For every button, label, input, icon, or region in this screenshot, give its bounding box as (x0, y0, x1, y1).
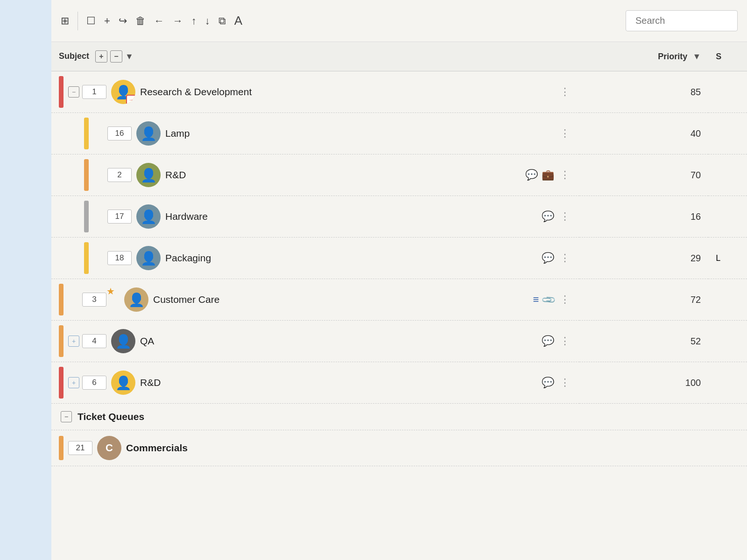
more-options-icon[interactable]: ⋮ (558, 210, 572, 223)
more-options-icon[interactable]: ⋮ (558, 169, 572, 181)
filter-icon[interactable]: ▼ (125, 52, 134, 62)
row-num: 17 (107, 210, 132, 224)
row-subject: R&D (140, 377, 537, 388)
expand-btn[interactable]: + (68, 377, 79, 388)
more-options-icon[interactable]: ⋮ (558, 252, 572, 264)
priority-cell: 52 (579, 321, 708, 362)
subject-cell: + 4 👤 QA 💬 ⋮ (51, 321, 579, 362)
avatar-placeholder: 👤 (128, 292, 145, 308)
subject-cell: 16 👤 Lamp ⋮ (51, 113, 579, 154)
avatar: 👤 (136, 204, 161, 229)
forward-icon[interactable]: → (173, 15, 183, 27)
avatar-placeholder: 👤 (141, 251, 157, 266)
table-row: 17 👤 Hardware 💬 ⋮ 16 (51, 196, 747, 238)
file-icon[interactable]: ☐ (86, 15, 96, 27)
table-row: 3 ★ 👤 Customer Care ≡📎 ⋮ 72 (51, 279, 747, 321)
more-options-icon[interactable]: ⋮ (558, 86, 572, 98)
down-icon[interactable]: ↓ (205, 15, 210, 27)
table-body: − 1 👤 → Research & Development ⋮ 85 (51, 71, 747, 404)
status-cell (708, 321, 747, 362)
priority-cell: 16 (579, 196, 708, 238)
collapse-btn[interactable]: − (68, 86, 79, 98)
row-num: 4 (82, 334, 106, 348)
table-row: 2 👤 R&D 💬💼 ⋮ 70 (51, 154, 747, 196)
up-icon[interactable]: ↑ (191, 15, 197, 27)
row-num: 2 (107, 168, 132, 182)
font-icon[interactable]: A (234, 14, 242, 28)
more-options-icon[interactable]: ⋮ (558, 294, 572, 306)
avatar: 👤 → (111, 80, 135, 104)
subject-column-header: Subject + − ▼ (51, 42, 579, 71)
status-cell (708, 362, 747, 404)
avatar: 👤 (136, 163, 161, 187)
add-icon[interactable]: + (104, 15, 110, 27)
more-options-icon[interactable]: ⋮ (558, 377, 572, 389)
table-container: Subject + − ▼ Priority ▼ S (51, 42, 747, 560)
priority-bar (59, 367, 63, 399)
row-subject: Hardware (165, 211, 537, 222)
section-collapse-btn[interactable]: − (61, 411, 72, 422)
priority-bar (59, 284, 63, 315)
more-options-icon[interactable]: ⋮ (558, 335, 572, 347)
status-cell (708, 154, 747, 196)
delete-icon[interactable]: 🗑 (135, 15, 146, 27)
avatar-placeholder: 👤 (141, 126, 157, 141)
avatar-initial: C (106, 442, 113, 454)
row-subject: Packaging (165, 252, 537, 264)
priority-filter-icon[interactable]: ▼ (692, 52, 701, 61)
priority-bar (84, 159, 89, 191)
row-num: 1 (82, 85, 106, 99)
back-icon[interactable]: ← (154, 15, 164, 27)
avatar: 👤 (136, 246, 161, 270)
row-number-wrapper: 18 (93, 251, 132, 265)
row-number-wrapper: + 4 (68, 334, 106, 348)
table-row: + 6 👤 R&D 💬 ⋮ 100 (51, 362, 747, 404)
copy-icon[interactable]: ⧉ (218, 15, 226, 27)
expand-btn[interactable]: + (68, 336, 79, 347)
chat-icon: 💬 (542, 335, 554, 347)
lines-icon: ≡ (533, 294, 539, 306)
left-panel (0, 0, 51, 560)
grid-icon[interactable]: ⊞ (61, 15, 69, 27)
add-column-btn[interactable]: + (95, 50, 107, 63)
remove-column-btn[interactable]: − (110, 50, 122, 63)
ticket-queues-section: − Ticket Queues (51, 404, 747, 430)
toolbar: ⊞ ☐ + ↪ 🗑 ← → ↑ ↓ ⧉ A (51, 0, 747, 42)
row-num: 16 (107, 126, 132, 140)
bottom-partial-row: 21 C Commercials (51, 430, 747, 466)
status-value: L (716, 253, 720, 263)
row-subject: QA (140, 336, 537, 347)
priority-bar (84, 242, 89, 274)
row-subject: Customer Care (153, 294, 528, 305)
avatar: 👤 (124, 287, 148, 312)
row-number-wrapper: 21 (68, 441, 92, 455)
row-subject: Commercials (126, 442, 740, 454)
reply-icon[interactable]: ↪ (119, 15, 127, 27)
more-options-icon[interactable]: ⋮ (558, 127, 572, 140)
row-icons: 💬 ⋮ (542, 210, 572, 223)
row-icons: 💬 ⋮ (542, 335, 572, 347)
priority-bar (59, 325, 63, 357)
subject-cell: + 6 👤 R&D 💬 ⋮ (51, 362, 579, 404)
main-table: Subject + − ▼ Priority ▼ S (51, 42, 747, 404)
row-number-wrapper: 3 (68, 293, 106, 307)
row-num: 21 (68, 441, 92, 455)
priority-cell: 100 (579, 362, 708, 404)
table-row: 16 👤 Lamp ⋮ 40 (51, 113, 747, 154)
priority-cell: 85 (579, 71, 708, 113)
row-number-wrapper: 17 (93, 210, 132, 224)
subject-cell: 2 👤 R&D 💬💼 ⋮ (51, 154, 579, 196)
priority-cell: 29 (579, 238, 708, 279)
table-row: + 4 👤 QA 💬 ⋮ 52 (51, 321, 747, 362)
avatar-placeholder: 👤 (115, 375, 132, 391)
search-input[interactable] (626, 10, 738, 31)
row-subject: Research & Development (140, 86, 553, 98)
priority-cell: 70 (579, 154, 708, 196)
row-subject: R&D (165, 169, 521, 181)
row-num: 6 (82, 376, 106, 390)
main-content: ⊞ ☐ + ↪ 🗑 ← → ↑ ↓ ⧉ A Subject + − ▼ (51, 0, 747, 560)
avatar: 👤 (111, 329, 135, 353)
chat-icon: 💬 (542, 377, 554, 389)
row-icons: 💬💼 ⋮ (525, 169, 572, 181)
avatar-placeholder: 👤 (141, 168, 157, 183)
